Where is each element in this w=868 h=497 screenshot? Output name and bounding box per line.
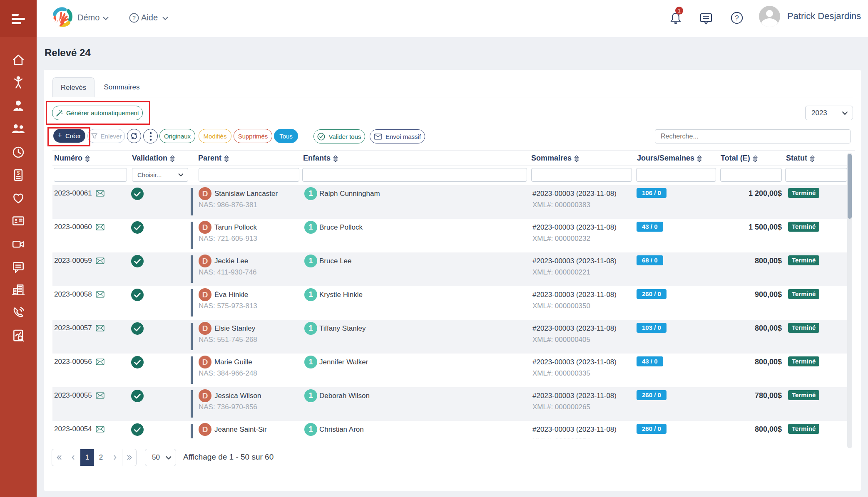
svg-text:?: ? xyxy=(132,15,136,21)
svg-text:$: $ xyxy=(17,170,20,176)
svg-text:?: ? xyxy=(735,14,739,22)
